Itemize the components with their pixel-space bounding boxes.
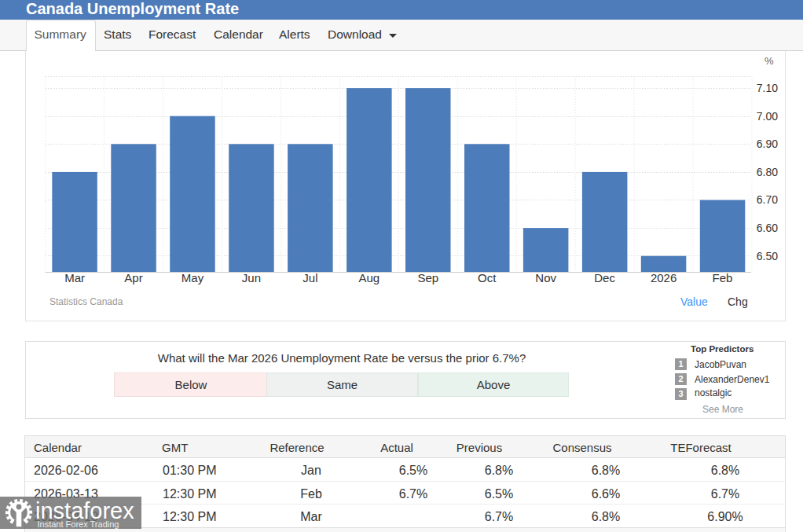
svg-text:Instant Forex Trading: Instant Forex Trading — [38, 519, 119, 529]
